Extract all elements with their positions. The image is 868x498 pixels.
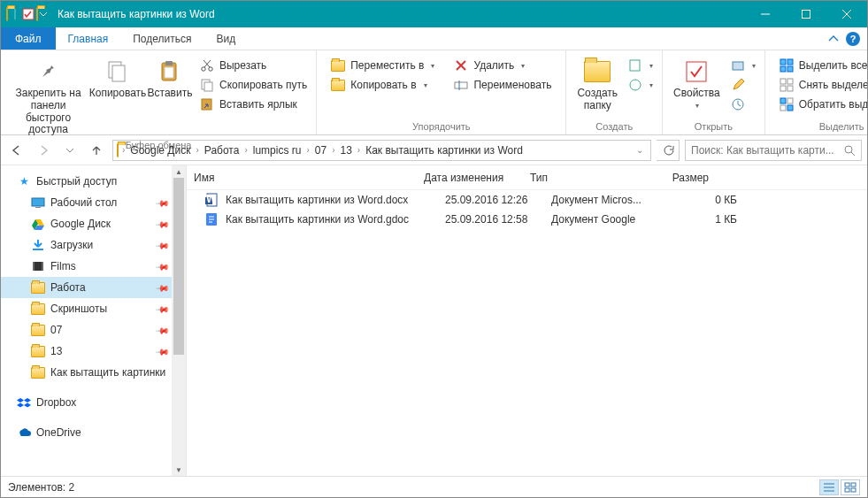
scroll-thumb[interactable] [173, 178, 184, 355]
select-none-button[interactable]: Снять выделение [776, 77, 868, 93]
maximize-button[interactable] [786, 1, 826, 27]
crumb-2[interactable]: lumpics ru [250, 144, 305, 157]
sidebar-item-desktop[interactable]: Рабочий стол📌 [1, 192, 186, 213]
qat-folder-icon[interactable] [36, 8, 38, 20]
qat-properties-icon[interactable] [22, 8, 35, 20]
new-item-button[interactable]: ▾ [625, 57, 657, 73]
pin-to-quick-access-button[interactable]: Закрепить на панели быстрого доступа [6, 54, 90, 136]
copy-path-button[interactable]: Скопировать путь [196, 77, 311, 93]
sidebar-dropbox-label: Dropbox [36, 396, 76, 409]
crumb-0[interactable]: Google Диск [127, 144, 194, 157]
svg-rect-16 [204, 82, 212, 91]
minimize-button[interactable] [745, 1, 786, 27]
col-size[interactable]: Размер [645, 172, 716, 184]
sidebar-item-downloads[interactable]: Загрузки📌 [1, 234, 186, 256]
new-folder-button[interactable]: Создать папку [572, 54, 623, 112]
delete-button[interactable]: Удалить▾ [450, 57, 555, 73]
sidebar-scrollbar[interactable]: ▲ ▼ [172, 165, 186, 476]
desktop-icon [31, 195, 45, 210]
sidebar-item-label: Google Диск [50, 218, 111, 230]
sidebar-quick-access[interactable]: ★Быстрый доступ [1, 171, 186, 192]
svg-text:W: W [206, 193, 217, 205]
file-pane: Имя Дата изменения Тип Размер W Как выта… [187, 165, 867, 476]
window-title: Как вытащить картинки из Word [52, 8, 745, 20]
scroll-up-icon[interactable]: ▲ [172, 165, 186, 178]
open-button[interactable]: ▾ [727, 57, 759, 73]
sidebar-item-films[interactable]: Films📌 [1, 256, 186, 277]
sidebar-item-work[interactable]: Работа📌 [1, 277, 186, 298]
file-name: Как вытащить картинки из Word.docx [226, 194, 445, 206]
new-item-icon [628, 58, 642, 73]
copy-to-label: Копировать в [350, 79, 416, 91]
file-row[interactable]: W Как вытащить картинки из Word.docx 25.… [187, 190, 867, 210]
rename-button[interactable]: Переименовать [450, 77, 555, 93]
search-input[interactable] [691, 144, 843, 157]
paste-button[interactable]: Вставить [145, 54, 195, 100]
col-name[interactable]: Имя [194, 172, 424, 184]
svg-rect-7 [112, 65, 125, 81]
svg-rect-22 [630, 60, 640, 71]
pin-icon: 📌 [156, 323, 170, 337]
sidebar: ★Быстрый доступ Рабочий стол📌 Google Дис… [1, 165, 187, 476]
file-row[interactable]: Как вытащить картинки из Word.gdoc 25.09… [187, 210, 867, 229]
sidebar-item-07[interactable]: 07📌 [1, 319, 186, 341]
ribbon-collapse-icon[interactable] [828, 34, 839, 44]
paste-shortcut-button[interactable]: Вставить ярлык [196, 96, 311, 112]
qat-dropdown-icon[interactable] [40, 11, 47, 18]
svg-rect-30 [787, 66, 793, 72]
chevron-down-icon: ▾ [431, 62, 434, 70]
address-bar[interactable]: › Google Диск› Работа› lumpics ru› 07› 1… [112, 140, 651, 161]
copy-to-button[interactable]: Копировать в▾ [327, 77, 438, 93]
col-date[interactable]: Дата изменения [424, 172, 530, 184]
history-button[interactable] [727, 96, 759, 112]
pin-icon: 📌 [156, 259, 170, 273]
tab-share[interactable]: Поделиться [120, 27, 204, 50]
tab-file[interactable]: Файл [1, 27, 56, 50]
sidebar-item-13[interactable]: 13📌 [1, 341, 186, 362]
rename-label: Переименовать [473, 79, 551, 91]
file-type: Документ Google [551, 213, 666, 226]
sidebar-item-screenshots[interactable]: Скриншоты📌 [1, 298, 186, 319]
svg-rect-34 [787, 86, 793, 91]
crumb-5[interactable]: Как вытащить картинки из Word [362, 144, 526, 157]
film-icon [31, 259, 45, 273]
scroll-down-icon[interactable]: ▼ [172, 464, 186, 476]
col-type[interactable]: Тип [530, 172, 645, 184]
view-details-button[interactable] [819, 479, 839, 495]
nav-forward-button[interactable] [33, 140, 54, 161]
sidebar-item-current[interactable]: Как вытащить картинки [1, 362, 186, 383]
delete-icon [454, 58, 468, 73]
refresh-button[interactable] [657, 140, 680, 161]
sidebar-onedrive[interactable]: OneDrive [1, 422, 186, 443]
address-dropdown-icon[interactable]: ⌄ [631, 145, 649, 155]
copy-button[interactable]: Копировать [92, 54, 143, 100]
titlebar: Как вытащить картинки из Word [1, 1, 867, 27]
tab-home[interactable]: Главная [56, 27, 121, 50]
svg-rect-29 [780, 66, 786, 72]
tab-view[interactable]: Вид [204, 27, 248, 50]
nav-up-button[interactable] [86, 140, 107, 161]
sidebar-item-gdrive[interactable]: Google Диск📌 [1, 213, 186, 234]
nav-back-button[interactable] [6, 140, 27, 161]
cut-label: Вырезать [219, 59, 266, 72]
search-box[interactable] [685, 140, 862, 161]
qat-explorer-icon[interactable] [6, 8, 8, 20]
view-icons-button[interactable] [841, 479, 860, 495]
easy-access-button[interactable]: ▾ [625, 77, 657, 93]
edit-button[interactable] [727, 77, 759, 93]
cut-button[interactable]: Вырезать [196, 57, 311, 73]
crumb-4[interactable]: 13 [336, 144, 355, 157]
sidebar-dropbox[interactable]: Dropbox [1, 392, 186, 413]
properties-button[interactable]: Свойства ▾ [668, 54, 726, 110]
create-group-label: Создать [566, 121, 662, 134]
folder-icon [31, 323, 45, 337]
chevron-down-icon: ▾ [649, 62, 653, 70]
select-all-button[interactable]: Выделить все [776, 57, 868, 73]
nav-recent-button[interactable] [59, 140, 81, 161]
invert-selection-button[interactable]: Обратить выделение [776, 96, 868, 112]
close-button[interactable] [826, 1, 867, 27]
crumb-3[interactable]: 07 [311, 144, 330, 157]
help-button[interactable]: ? [846, 32, 860, 46]
move-to-button[interactable]: Переместить в▾ [327, 57, 438, 73]
crumb-1[interactable]: Работа [201, 144, 243, 157]
